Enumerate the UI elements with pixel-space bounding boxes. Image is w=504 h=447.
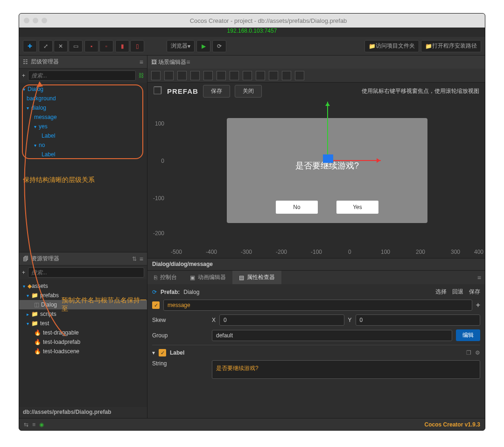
scale-tool[interactable]: ✕ (54, 40, 68, 52)
assets-tree[interactable]: ▾◆ assets ▾📁prefabs ◫Dialog预制文件名与根节点名保持一… (19, 279, 147, 407)
version-label: Cocos Creator v1.9.3 (425, 421, 480, 428)
asset-dialog-prefab[interactable]: Dialog (41, 301, 57, 308)
status-sync-icon[interactable]: ⇆ (24, 421, 28, 428)
asset-prefabs[interactable]: prefabs (40, 292, 59, 299)
dialog-yes-button[interactable]: Yes (336, 201, 378, 214)
gear-icon[interactable]: ⚙ (475, 349, 480, 356)
skew-x-input[interactable] (219, 314, 344, 326)
align-5[interactable] (203, 71, 213, 80)
play-button[interactable]: ▶ (196, 40, 210, 52)
prefab-revert-button[interactable]: 回退 (452, 288, 463, 296)
add-node-button[interactable]: + (22, 72, 25, 79)
scene-canvas[interactable]: 100 0 -100 -200 是否要继续游戏? No Yes -500-400… (147, 99, 485, 258)
align-6[interactable] (217, 71, 226, 80)
anchor-tool[interactable]: ▪ (84, 40, 98, 52)
open-install-path-button[interactable]: 📁 打开程序安装路径 (421, 40, 481, 52)
align-12[interactable] (295, 71, 304, 80)
prefab-close-button[interactable]: 关闭 (235, 85, 262, 98)
tab-console[interactable]: ⎘控制台 (147, 271, 183, 284)
open-project-folder-button[interactable]: 📁 访问项目文件夹 (364, 40, 419, 52)
align-10[interactable] (269, 71, 278, 80)
assets-icon: 🗐 (23, 256, 28, 262)
maximize-icon[interactable] (42, 18, 47, 23)
node-dialog[interactable]: Dialog (28, 86, 43, 92)
assets-sort-icon[interactable]: ⇅ (132, 256, 137, 262)
skew-y-input[interactable] (356, 314, 480, 326)
string-input[interactable]: 是否要继续游戏? (212, 360, 480, 379)
node-yes[interactable]: yes (39, 123, 48, 130)
hierarchy-header: ☷ 层级管理器 ≡ (19, 56, 147, 69)
asset-root[interactable]: assets (32, 283, 48, 289)
tab-animation[interactable]: ▣动画编辑器 (183, 271, 232, 284)
asset-test[interactable]: test (40, 320, 49, 327)
prefab-save-button[interactable]: 保存 (203, 85, 230, 98)
hierarchy-tree[interactable]: ▾Dialog background ▾dialog message ▾yes … (19, 83, 147, 252)
align-8[interactable] (243, 71, 252, 80)
status-eye-icon[interactable]: ◉ (39, 421, 44, 428)
group-dropdown[interactable]: default (212, 330, 452, 341)
help-icon[interactable]: ❐ (466, 349, 471, 356)
assets-search-input[interactable] (28, 267, 144, 278)
node-no[interactable]: no (39, 142, 45, 148)
node-no-label[interactable]: Label (42, 151, 55, 158)
asset-test1[interactable]: test-draggable (43, 329, 79, 336)
rect-tool[interactable]: ▭ (69, 40, 83, 52)
prefab-label: PREFAB (167, 87, 198, 95)
close-icon[interactable] (24, 18, 29, 23)
label-enabled-checkbox[interactable]: ✓ (159, 349, 166, 356)
tool-b[interactable]: ▯ (130, 40, 144, 52)
assets-title: 资源管理器 (31, 255, 59, 263)
hierarchy-menu-icon[interactable]: ≡ (140, 58, 143, 66)
hierarchy-icon: ☷ (23, 59, 28, 65)
align-2[interactable] (164, 71, 174, 80)
prefab-link-icon[interactable]: ⟳ (152, 289, 157, 295)
section-caret[interactable]: ▾ (152, 349, 155, 356)
tabs-menu-icon[interactable]: ≡ (477, 274, 485, 281)
node-yes-label[interactable]: Label (42, 133, 55, 139)
add-asset-button[interactable]: + (22, 269, 25, 276)
tool-a[interactable]: ▮ (115, 40, 129, 52)
browser-dropdown[interactable]: 浏览器 ▾ (167, 40, 195, 52)
tab-inspector[interactable]: ▤属性检查器 (232, 271, 281, 284)
gizmo-origin[interactable] (323, 154, 333, 163)
link-icon[interactable]: ⛓ (139, 72, 144, 79)
add-button[interactable]: ✚ (23, 40, 37, 52)
prefab-cube-icon: ❒ (153, 85, 162, 97)
add-component-button[interactable]: + (476, 301, 480, 309)
label-section-title: Label (170, 349, 184, 356)
node-background[interactable]: background (27, 95, 56, 102)
scene-icon: 🖼 (151, 59, 157, 65)
pivot-tool[interactable]: ▫ (99, 40, 113, 52)
align-7[interactable] (230, 71, 239, 80)
status-db-icon[interactable]: ≡ (32, 421, 35, 428)
move-tool[interactable]: ⤢ (39, 40, 53, 52)
dialog-no-button[interactable]: No (276, 201, 318, 214)
status-bar: ⇆ ≡ ◉ Cocos Creator v1.9.3 (19, 418, 485, 430)
prefab-save-button2[interactable]: 保存 (469, 288, 480, 296)
node-message[interactable]: message (34, 114, 57, 120)
asset-test2[interactable]: test-loadprefab (43, 339, 80, 345)
minimize-icon[interactable] (33, 18, 38, 23)
assets-menu-icon[interactable]: ≡ (140, 255, 143, 263)
bottom-tabs: ⎘控制台 ▣动画编辑器 ▤属性检查器 ≡ (147, 270, 485, 284)
asset-test3[interactable]: test-loadscene (43, 348, 79, 355)
group-edit-button[interactable]: 编辑 (456, 329, 480, 341)
align-1[interactable] (151, 71, 161, 80)
refresh-button[interactable]: ⟳ (212, 40, 226, 52)
assets-annotation: 预制文件名与根节点名保持一至 (62, 296, 147, 313)
asset-scripts[interactable]: scripts (40, 311, 56, 317)
node-active-checkbox[interactable]: ✓ (152, 301, 160, 309)
hierarchy-search-input[interactable] (28, 70, 136, 81)
align-4[interactable] (190, 71, 200, 80)
inspector-panel: ⟳ Prefab: Dialog 选择 回退 保存 ✓ + Skew (147, 284, 485, 418)
prefab-select-button[interactable]: 选择 (435, 288, 447, 296)
node-dialog-inner[interactable]: dialog (31, 105, 46, 111)
align-3[interactable] (177, 71, 187, 80)
hierarchy-annotation: 保持结构清晰的层级关系 (19, 173, 147, 187)
scene-menu-icon[interactable]: ≡ (186, 58, 190, 66)
scene-header: 🖼 场景编辑器 ≡ (147, 56, 485, 69)
align-11[interactable] (282, 71, 291, 80)
node-name-input[interactable] (163, 300, 472, 311)
scene-breadcrumb: Dialog/dialog/message (147, 258, 485, 270)
align-9[interactable] (256, 71, 265, 80)
